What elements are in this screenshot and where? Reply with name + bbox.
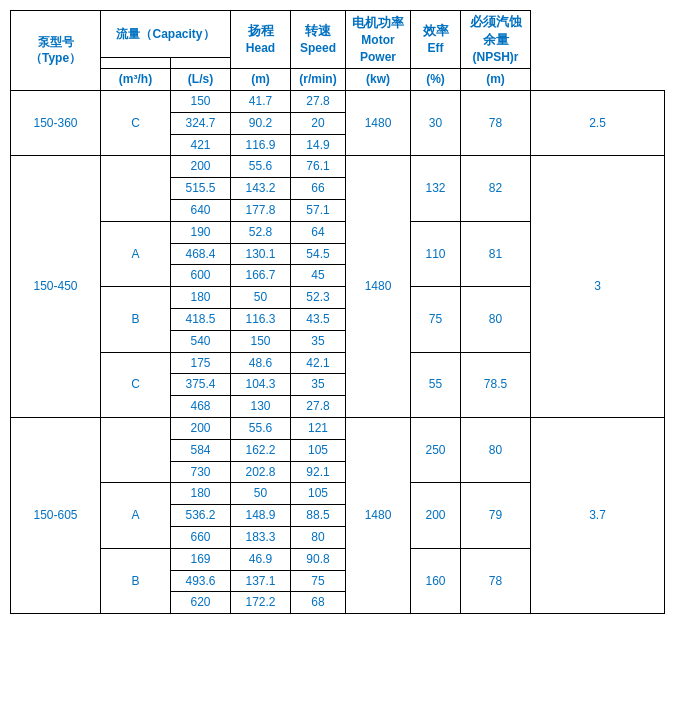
cell-variant: C <box>101 352 171 417</box>
cell-cap2: 183.3 <box>231 526 291 548</box>
table-row: 150-45020055.676.11480132823 <box>11 156 665 178</box>
cell-cap2: 202.8 <box>231 461 291 483</box>
cell-cap2: 50 <box>231 287 291 309</box>
cell-motor: 160 <box>411 548 461 613</box>
cell-head: 43.5 <box>291 308 346 330</box>
cell-eff: 78 <box>461 548 531 613</box>
cell-motor: 250 <box>411 417 461 482</box>
header-npsh: 必须汽蚀余量 (NPSH)r <box>461 11 531 69</box>
cell-speed: 1480 <box>346 90 411 155</box>
cell-head: 54.5 <box>291 243 346 265</box>
cell-cap2: 162.2 <box>231 439 291 461</box>
table-row: 150-360C15041.727.8148030782.5 <box>11 90 665 112</box>
cell-cap2: 143.2 <box>231 178 291 200</box>
cell-cap2: 48.6 <box>231 352 291 374</box>
cell-type: 150-360 <box>11 90 101 155</box>
cell-cap2: 55.6 <box>231 156 291 178</box>
header-npsh-unit: (m) <box>461 69 531 91</box>
header-motor: 电机功率 Motor Power <box>346 11 411 69</box>
header-type: 泵型号（Type） <box>11 11 101 91</box>
cell-cap1: 418.5 <box>171 308 231 330</box>
cell-cap2: 46.9 <box>231 548 291 570</box>
cell-cap1: 180 <box>171 287 231 309</box>
cell-cap1: 540 <box>171 330 231 352</box>
header-cap1-unit: (m³/h) <box>101 69 171 91</box>
cell-head: 64 <box>291 221 346 243</box>
cell-cap1: 180 <box>171 483 231 505</box>
cell-cap1: 660 <box>171 526 231 548</box>
cell-cap1: 468 <box>171 396 231 418</box>
cell-variant: A <box>101 221 171 286</box>
header-cap2 <box>171 58 231 69</box>
cell-cap1: 150 <box>171 90 231 112</box>
cell-cap1: 536.2 <box>171 505 231 527</box>
cell-head: 75 <box>291 570 346 592</box>
cell-head: 68 <box>291 592 346 614</box>
table-row: 150-60520055.61211480250803.7 <box>11 417 665 439</box>
cell-variant: C <box>101 90 171 155</box>
cell-motor: 30 <box>411 90 461 155</box>
cell-cap1: 730 <box>171 461 231 483</box>
header-speed: 转速 Speed <box>291 11 346 69</box>
header-cap1 <box>101 58 171 69</box>
cell-cap1: 600 <box>171 265 231 287</box>
cell-head: 27.8 <box>291 90 346 112</box>
cell-cap2: 150 <box>231 330 291 352</box>
cell-cap1: 190 <box>171 221 231 243</box>
cell-head: 105 <box>291 483 346 505</box>
cell-cap2: 137.1 <box>231 570 291 592</box>
cell-cap2: 50 <box>231 483 291 505</box>
cell-head: 20 <box>291 112 346 134</box>
cell-cap2: 148.9 <box>231 505 291 527</box>
cell-npsh: 3 <box>531 156 665 418</box>
cell-cap2: 130.1 <box>231 243 291 265</box>
cell-speed: 1480 <box>346 156 411 418</box>
cell-cap2: 116.3 <box>231 308 291 330</box>
cell-cap1: 175 <box>171 352 231 374</box>
cell-cap1: 620 <box>171 592 231 614</box>
cell-head: 52.3 <box>291 287 346 309</box>
cell-head: 45 <box>291 265 346 287</box>
pump-specs-table: 泵型号（Type） 流量（Capacity） 扬程 Head 转速 Speed … <box>10 10 665 614</box>
cell-cap2: 116.9 <box>231 134 291 156</box>
cell-head: 42.1 <box>291 352 346 374</box>
cell-motor: 132 <box>411 156 461 221</box>
header-eff: 效率 Eff <box>411 11 461 69</box>
cell-motor: 200 <box>411 483 461 548</box>
cell-head: 90.8 <box>291 548 346 570</box>
cell-eff: 80 <box>461 417 531 482</box>
cell-head: 35 <box>291 374 346 396</box>
cell-variant: B <box>101 287 171 352</box>
cell-speed: 1480 <box>346 417 411 613</box>
cell-variant: B <box>101 548 171 613</box>
cell-cap1: 640 <box>171 199 231 221</box>
header-head: 扬程 Head <box>231 11 291 69</box>
cell-variant <box>101 417 171 482</box>
header-motor-unit: (kw) <box>346 69 411 91</box>
cell-cap1: 324.7 <box>171 112 231 134</box>
header-cap2-unit: (L/s) <box>171 69 231 91</box>
cell-head: 80 <box>291 526 346 548</box>
cell-cap2: 130 <box>231 396 291 418</box>
cell-eff: 80 <box>461 287 531 352</box>
cell-cap2: 104.3 <box>231 374 291 396</box>
cell-eff: 79 <box>461 483 531 548</box>
cell-variant: A <box>101 483 171 548</box>
cell-head: 14.9 <box>291 134 346 156</box>
cell-variant <box>101 156 171 221</box>
cell-head: 105 <box>291 439 346 461</box>
cell-cap2: 41.7 <box>231 90 291 112</box>
cell-cap2: 172.2 <box>231 592 291 614</box>
cell-cap1: 200 <box>171 417 231 439</box>
header-speed-unit: (r/min) <box>291 69 346 91</box>
cell-head: 76.1 <box>291 156 346 178</box>
cell-cap1: 468.4 <box>171 243 231 265</box>
cell-head: 121 <box>291 417 346 439</box>
cell-cap1: 515.5 <box>171 178 231 200</box>
cell-cap1: 421 <box>171 134 231 156</box>
cell-npsh: 3.7 <box>531 417 665 613</box>
cell-head: 92.1 <box>291 461 346 483</box>
cell-cap2: 55.6 <box>231 417 291 439</box>
cell-motor: 55 <box>411 352 461 417</box>
cell-type: 150-450 <box>11 156 101 418</box>
